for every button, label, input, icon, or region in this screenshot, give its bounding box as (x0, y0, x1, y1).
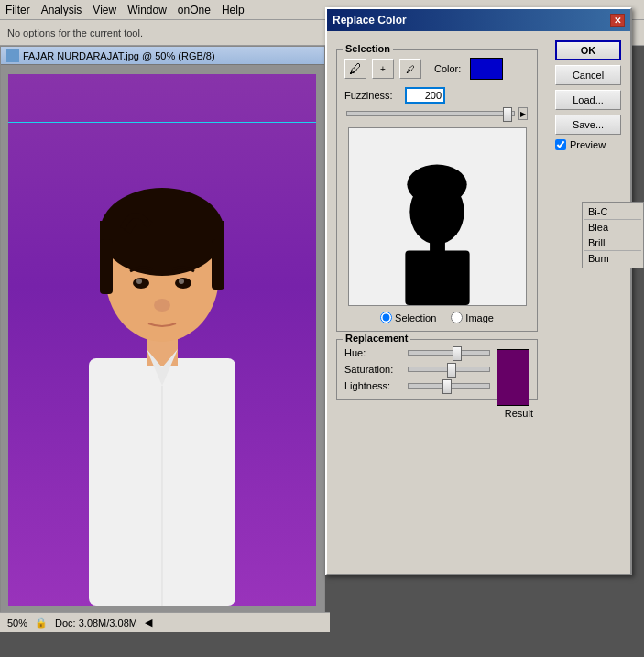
photo-title: FAJAR NURDARAJAT.jpg @ 50% (RGB/8) (23, 50, 215, 61)
radio-selection[interactable]: Selection (380, 312, 436, 323)
selection-section: Selection 🖊 + 🖊 Color: (336, 49, 538, 332)
svg-rect-4 (100, 221, 224, 257)
lightness-slider-track[interactable] (408, 383, 490, 389)
fuzziness-input[interactable] (405, 87, 445, 104)
saturation-slider-track[interactable] (408, 367, 490, 372)
toolbar-message: No options for the current tool. (7, 27, 143, 38)
right-panel-item-3: Bum (584, 251, 641, 266)
right-panel-item-2: Brilli (584, 235, 641, 251)
dialog-title: Replace Color (333, 14, 407, 27)
photo-title-bar: FAJAR NURDARAJAT.jpg @ 50% (RGB/8) (1, 47, 324, 65)
photo-icon (6, 49, 19, 62)
eyedropper-minus-icon: 🖊 (406, 64, 415, 74)
eyedropper-minus-button[interactable]: 🖊 (399, 59, 421, 79)
dialog-button-group: OK Cancel Load... Save... Preview (555, 40, 621, 150)
preview-svg (349, 128, 526, 305)
menu-filter[interactable]: Filter (5, 4, 30, 16)
dialog-body: OK Cancel Load... Save... Preview Select… (327, 31, 630, 574)
right-panel: Bi-C Blea Brilli Bum (582, 202, 644, 268)
color-swatch[interactable] (470, 58, 503, 80)
close-icon: ✕ (614, 16, 621, 26)
right-panel-item-0: Bi-C (584, 204, 641, 220)
slider-right-arrow[interactable]: ▶ (518, 107, 528, 120)
radio-image[interactable]: Image (451, 312, 494, 323)
radio-image-label: Image (465, 312, 494, 323)
save-button[interactable]: Save... (555, 115, 621, 135)
result-swatch (497, 349, 529, 406)
preview-checkbox[interactable] (555, 139, 566, 150)
preview-label: Preview (570, 139, 606, 150)
menu-analysis[interactable]: Analysis (41, 4, 82, 16)
svg-point-18 (407, 165, 466, 205)
svg-rect-5 (100, 239, 113, 294)
selection-preview (348, 127, 527, 306)
hue-slider-track[interactable] (408, 350, 490, 356)
eyedropper-row: 🖊 + 🖊 Color: (344, 58, 529, 80)
radio-selection-label: Selection (395, 312, 436, 323)
fuzziness-label: Fuzziness: (344, 90, 399, 101)
menu-onone[interactable]: onOne (178, 4, 211, 16)
cyan-guide-line (8, 122, 316, 123)
status-bar: 50% 🔒 Doc: 3.08M/3.08M ◀ (0, 612, 330, 632)
replacement-section-title: Replacement (343, 333, 410, 344)
replace-color-dialog: Replace Color ✕ OK Cancel Load... Save..… (325, 7, 632, 575)
hue-label: Hue: (344, 347, 404, 358)
fuzziness-slider[interactable]: ▶ (344, 107, 529, 120)
menu-view[interactable]: View (93, 4, 116, 16)
saturation-slider-thumb[interactable] (447, 363, 456, 378)
zoom-level: 50% (7, 618, 27, 629)
person-svg (8, 74, 316, 606)
hue-slider-thumb[interactable] (453, 346, 462, 361)
replacement-section: Replacement Result Hue: +48 Saturation: (336, 339, 538, 400)
dialog-close-button[interactable]: ✕ (610, 14, 625, 27)
selection-section-title: Selection (343, 43, 393, 54)
canvas-area: FAJAR NURDARAJAT.jpg @ 50% (RGB/8) (0, 46, 330, 632)
preview-checkbox-row: Preview (555, 139, 621, 150)
svg-rect-6 (212, 239, 224, 290)
dialog-title-bar: Replace Color ✕ (327, 9, 630, 31)
svg-rect-15 (405, 251, 469, 305)
saturation-label: Saturation: (344, 364, 404, 375)
svg-point-11 (154, 299, 170, 312)
photoshop-window: Filter Analysis View Window onOne Help N… (0, 0, 644, 657)
doc-info: Doc: 3.08M/3.08M (55, 618, 137, 629)
ok-button[interactable]: OK (555, 40, 621, 60)
radio-row: Selection Image (344, 312, 529, 323)
menu-help[interactable]: Help (222, 4, 245, 16)
status-icon: 🔒 (35, 617, 48, 629)
right-panel-item-1: Blea (584, 220, 641, 235)
lightness-slider-thumb[interactable] (442, 379, 452, 394)
color-label: Color: (434, 63, 461, 74)
result-label: Result (505, 408, 533, 419)
cancel-button[interactable]: Cancel (555, 65, 621, 85)
load-button[interactable]: Load... (555, 90, 621, 110)
eyedropper-plus-icon: + (380, 64, 386, 74)
photo-window: FAJAR NURDARAJAT.jpg @ 50% (RGB/8) (0, 46, 325, 632)
eyedropper-plus-button[interactable]: + (372, 59, 394, 79)
eyedropper-icon: 🖊 (349, 61, 362, 76)
svg-point-9 (136, 279, 142, 284)
photo-content[interactable] (1, 65, 324, 631)
photo-image (8, 74, 316, 606)
svg-point-10 (179, 279, 184, 284)
eyedropper-button[interactable]: 🖊 (344, 59, 366, 79)
fuzziness-row: Fuzziness: (344, 87, 529, 104)
scroll-arrow[interactable]: ◀ (145, 617, 152, 629)
menu-window[interactable]: Window (127, 4, 167, 16)
lightness-label: Lightness: (344, 380, 404, 391)
